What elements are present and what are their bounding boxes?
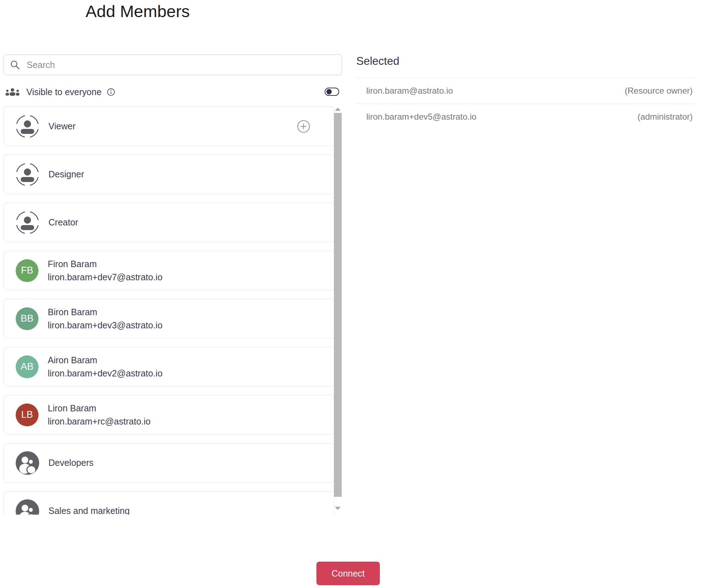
member-name: Sales and marketing [48,506,130,515]
selected-rows: liron.baram@astrato.io(Resource owner)li… [356,78,695,130]
member-card-creator[interactable]: Creator [4,203,334,242]
member-name: Creator [48,217,78,228]
member-text: Biron Baramliron.baram+dev3@astrato.io [48,307,162,331]
member-text: Firon Baramliron.baram+dev7@astrato.io [48,259,162,282]
member-card-airon-baram[interactable]: ABAiron Baramliron.baram+dev2@astrato.io [4,347,334,386]
selected-email: liron.baram@astrato.io [366,86,453,96]
member-text: Developers [48,458,93,468]
visibility-row: Visible to everyone [5,85,342,99]
member-text: Liron Baramliron.baram+rc@astrato.io [48,403,151,427]
member-text: Viewer [48,121,76,131]
visibility-label: Visible to everyone [26,87,102,97]
role-person-icon [16,211,39,234]
user-avatar: FB [16,259,38,282]
add-member-plus-button[interactable] [297,120,310,133]
member-card-designer[interactable]: Designer [4,155,334,194]
toggle-knob [326,89,332,94]
visible-to-everyone-toggle[interactable] [325,88,339,96]
user-avatar: LB [16,404,38,426]
user-avatar: BB [16,307,38,330]
member-name: Viewer [48,121,76,131]
selected-row[interactable]: liron.baram@astrato.io(Resource owner) [356,78,695,104]
member-email: liron.baram+rc@astrato.io [48,416,151,427]
member-name: Firon Baram [48,259,162,269]
selected-heading: Selected [356,53,695,69]
scrollbar-thumb[interactable] [334,113,342,497]
selected-panel: Selected liron.baram@astrato.io(Resource… [356,53,695,130]
member-list-scrollbar[interactable] [334,106,342,515]
member-name: Designer [48,169,84,179]
user-avatar: AB [16,355,38,378]
member-card-biron-baram[interactable]: BBBiron Baramliron.baram+dev3@astrato.io [4,299,334,338]
member-name: Developers [48,458,93,468]
selected-email: liron.baram+dev5@astrato.io [366,112,476,122]
member-card-firon-baram[interactable]: FBFiron Baramliron.baram+dev7@astrato.io [4,251,334,290]
member-card-liron-baram[interactable]: LBLiron Baramliron.baram+rc@astrato.io [4,395,334,435]
member-name: Liron Baram [48,403,151,413]
member-name: Airon Baram [48,355,162,365]
role-person-icon [16,163,39,186]
selected-row[interactable]: liron.baram+dev5@astrato.io(administrato… [356,104,695,130]
role-person-icon [16,115,39,138]
groups-icon [5,87,20,97]
selected-role-label: (Resource owner) [625,86,693,96]
scroll-down-arrow[interactable] [335,507,341,510]
connect-button[interactable]: Connect [316,562,380,585]
member-card-developers[interactable]: Developers [4,443,334,483]
member-text: Creator [48,217,78,228]
search-icon [10,59,20,70]
member-name: Biron Baram [48,307,162,317]
group-avatar-icon [16,499,39,515]
member-text: Sales and marketing [48,506,130,515]
scroll-up-arrow[interactable] [335,108,341,111]
member-email: liron.baram+dev2@astrato.io [48,368,162,379]
member-text: Airon Baramliron.baram+dev2@astrato.io [48,355,162,379]
member-email: liron.baram+dev3@astrato.io [48,320,162,331]
member-text: Designer [48,169,84,179]
selected-role-label: (administrator) [637,112,693,122]
search-box[interactable] [4,54,342,75]
group-avatar-icon [16,451,39,475]
member-list: ViewerDesignerCreatorFBFiron Baramliron.… [4,106,334,515]
member-card-viewer[interactable]: Viewer [4,106,334,146]
member-card-sales-and-marketing[interactable]: Sales and marketing [4,491,334,515]
member-email: liron.baram+dev7@astrato.io [48,272,162,282]
page-title: Add Members [86,1,190,21]
search-input[interactable] [26,59,336,71]
info-icon[interactable] [107,88,115,97]
